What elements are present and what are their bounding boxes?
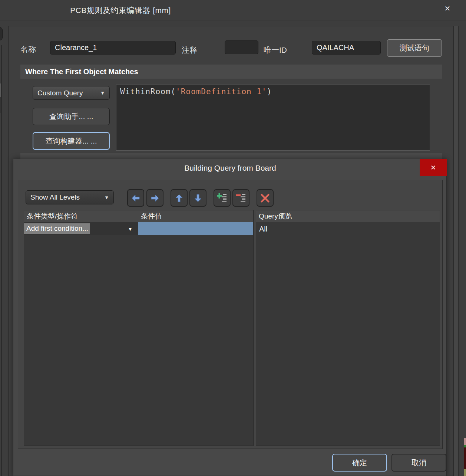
move-left-button[interactable] xyxy=(127,189,144,207)
unique-id-input[interactable] xyxy=(312,41,381,55)
first-object-section-title: Where The First Object Matches xyxy=(25,68,138,76)
unique-id-label: 唯一ID xyxy=(264,45,287,55)
cropped-widget xyxy=(0,27,3,40)
test-queries-button[interactable]: 测试语句 xyxy=(387,39,442,57)
add-condition-button[interactable] xyxy=(214,189,231,207)
pcb-editor-sliver xyxy=(464,469,466,476)
chevron-down-icon: ▼ xyxy=(104,195,109,200)
delete-x-icon xyxy=(260,193,270,203)
query-function-text: WithinRoom( xyxy=(120,87,176,96)
query-kind-value: Custom Query xyxy=(37,89,83,97)
cropped-panel-border xyxy=(1,45,2,476)
query-helper-button[interactable]: 查询助手... ... xyxy=(33,108,110,125)
query-builder-label: 查询构建器... ... xyxy=(46,136,97,146)
delete-button[interactable] xyxy=(257,189,274,207)
arrow-right-icon xyxy=(151,194,159,202)
arrow-down-icon xyxy=(194,194,202,203)
close-icon[interactable]: ✕ xyxy=(420,159,447,176)
arrow-up-icon xyxy=(175,194,183,203)
condition-table: 条件类型/操作符 条件值 Add first condition... ▼ xyxy=(24,210,254,446)
add-condition-icon xyxy=(217,193,227,203)
query-builder-button[interactable]: 查询构建器... ... xyxy=(33,132,110,150)
name-input[interactable] xyxy=(50,41,176,55)
condition-value-column-header: 条件值 xyxy=(138,210,253,222)
add-first-condition-dropdown[interactable]: Add first condition... ▼ xyxy=(24,222,138,235)
remove-condition-icon xyxy=(236,193,246,203)
pcb-editor-sliver xyxy=(464,445,466,447)
chevron-down-icon: ▼ xyxy=(100,90,105,96)
chevron-down-icon: ▼ xyxy=(128,226,133,232)
pcb-editor-sliver xyxy=(464,447,466,469)
cancel-label: 取消 xyxy=(412,458,426,468)
condition-value-cell[interactable] xyxy=(138,222,253,235)
table-row: Add first condition... ▼ xyxy=(24,222,253,235)
condition-table-header: 条件类型/操作符 条件值 xyxy=(24,210,253,222)
main-dialog-titlebar: PCB规则及约束编辑器 [mm] ✕ xyxy=(0,0,466,20)
query-preview-column-header: Query预览 xyxy=(256,210,440,222)
query-helper-label: 查询助手... ... xyxy=(49,112,93,122)
second-object-section-header-cropped xyxy=(20,153,442,159)
cropped-widget xyxy=(0,97,1,113)
comment-label: 注释 xyxy=(182,45,197,55)
comment-input[interactable] xyxy=(225,40,258,54)
ok-label: 确定 xyxy=(352,458,367,468)
test-queries-label: 测试语句 xyxy=(400,43,429,53)
panel-right-strip xyxy=(454,26,459,476)
building-query-dialog: Building Query from Board ✕ Show All Lev… xyxy=(13,159,447,476)
building-query-title: Building Query from Board xyxy=(13,164,447,173)
query-kind-dropdown[interactable]: Custom Query ▼ xyxy=(33,86,110,100)
remove-condition-button[interactable] xyxy=(232,189,249,207)
move-right-button[interactable] xyxy=(146,189,163,207)
query-preview-value: All xyxy=(256,222,440,233)
add-first-condition-label: Add first condition... xyxy=(24,223,90,234)
query-builder-content: Show All Levels ▼ xyxy=(18,180,443,449)
levels-dropdown[interactable]: Show All Levels ▼ xyxy=(26,190,114,204)
pcb-editor-sliver xyxy=(464,438,466,445)
first-object-section-header: Where The First Object Matches xyxy=(20,65,442,79)
main-dialog-title: PCB规则及约束编辑器 [mm] xyxy=(52,5,189,16)
query-preview-header-row: Query预览 xyxy=(256,210,440,222)
query-string-text: 'RoomDefinition_1' xyxy=(176,87,267,96)
query-preview-panel: Query预览 All xyxy=(256,210,440,446)
move-up-button[interactable] xyxy=(171,189,188,207)
levels-dropdown-value: Show All Levels xyxy=(30,193,80,201)
custom-query-editor[interactable]: WithinRoom('RoomDefinition_1') xyxy=(116,85,430,151)
arrow-left-icon xyxy=(131,194,140,202)
name-label: 名称 xyxy=(20,44,36,55)
query-closing-text: ) xyxy=(267,87,272,96)
ok-button[interactable]: 确定 xyxy=(332,454,387,472)
close-icon[interactable]: ✕ xyxy=(442,3,453,14)
cancel-button[interactable]: 取消 xyxy=(391,454,446,472)
cropped-widget xyxy=(0,83,1,97)
condition-type-column-header: 条件类型/操作符 xyxy=(24,210,138,222)
move-down-button[interactable] xyxy=(189,189,206,207)
